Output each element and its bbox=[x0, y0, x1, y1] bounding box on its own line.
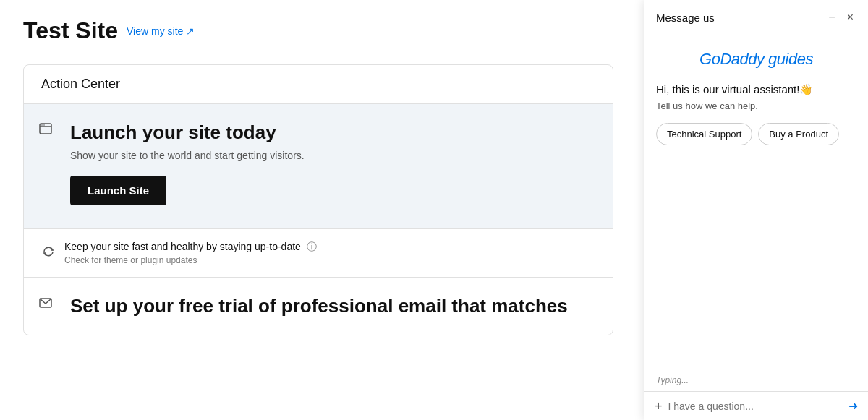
chat-input-area: + ➜ bbox=[644, 391, 868, 420]
chat-options: Technical Support Buy a Product bbox=[656, 123, 856, 145]
launch-description: Show your site to the world and start ge… bbox=[70, 150, 595, 161]
svg-point-2 bbox=[41, 124, 43, 126]
help-icon[interactable]: ⓘ bbox=[307, 241, 317, 252]
action-center-title: Action Center bbox=[24, 65, 613, 104]
email-section: Set up your free trial of professional e… bbox=[24, 278, 613, 335]
refresh-icon bbox=[41, 244, 56, 262]
page-title: Test Site bbox=[23, 17, 118, 44]
launch-site-button[interactable]: Launch Site bbox=[70, 176, 166, 205]
chat-header-title: Message us bbox=[656, 12, 715, 24]
chat-add-button[interactable]: + bbox=[655, 400, 663, 413]
chat-subtext: Tell us how we can help. bbox=[656, 100, 856, 111]
update-subtitle: Check for theme or plugin updates bbox=[64, 255, 317, 265]
update-title: Keep your site fast and healthy by stayi… bbox=[64, 241, 317, 254]
mail-icon bbox=[38, 295, 53, 312]
page-header: Test Site View my site ↗ bbox=[23, 17, 613, 44]
chat-close-button[interactable]: × bbox=[844, 10, 856, 25]
launch-heading: Launch your site today bbox=[70, 121, 595, 144]
chat-input[interactable] bbox=[668, 400, 843, 412]
update-text-group: Keep your site fast and healthy by stayi… bbox=[64, 241, 317, 265]
svg-point-3 bbox=[43, 124, 45, 126]
chat-header-actions: − × bbox=[825, 10, 856, 25]
chat-greeting: Hi, this is our virtual assistant!👋 bbox=[656, 83, 856, 96]
chat-logo-text: GoDaddy guides bbox=[699, 50, 813, 68]
external-link-icon: ↗ bbox=[186, 25, 195, 37]
chat-minimize-button[interactable]: − bbox=[825, 10, 838, 25]
chat-body: GoDaddy guides Hi, this is our virtual a… bbox=[644, 35, 868, 369]
technical-support-button[interactable]: Technical Support bbox=[656, 123, 752, 145]
update-section: Keep your site fast and healthy by stayi… bbox=[24, 229, 613, 278]
email-heading: Set up your free trial of professional e… bbox=[70, 295, 595, 317]
chat-send-button[interactable]: ➜ bbox=[848, 399, 858, 413]
chat-header: Message us − × bbox=[644, 0, 868, 35]
chat-typing: Typing... bbox=[644, 369, 868, 391]
chat-widget: Message us − × GoDaddy guides Hi, this i… bbox=[644, 0, 868, 420]
view-site-link[interactable]: View my site ↗ bbox=[127, 25, 195, 37]
browser-icon bbox=[38, 121, 53, 139]
launch-section: Launch your site today Show your site to… bbox=[24, 104, 613, 229]
buy-product-button[interactable]: Buy a Product bbox=[758, 123, 839, 145]
action-center-card: Action Center Launch your site today Sho… bbox=[23, 64, 613, 335]
view-site-label: View my site bbox=[127, 25, 183, 37]
chat-logo: GoDaddy guides bbox=[656, 50, 856, 69]
